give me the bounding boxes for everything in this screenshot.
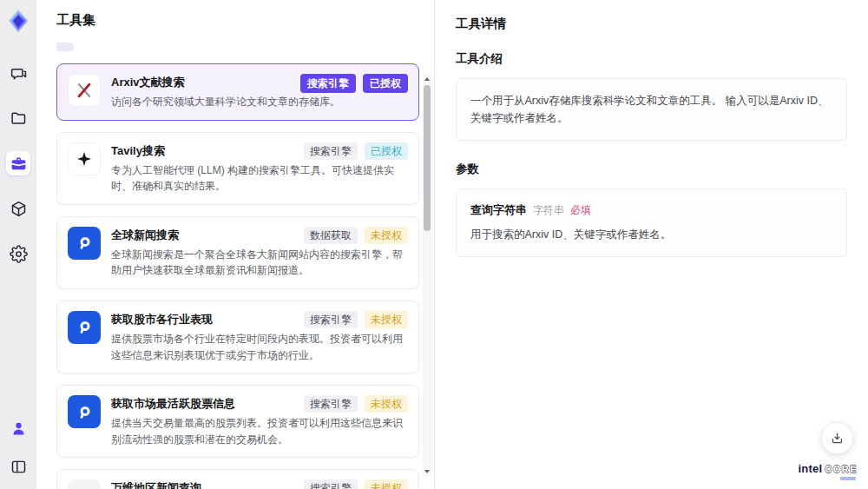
core-text: CORE xyxy=(825,464,858,474)
arxiv-icon xyxy=(68,74,101,107)
tool-title: Tavily搜索 xyxy=(111,142,304,159)
user-icon xyxy=(10,420,28,438)
toolbox-icon xyxy=(10,155,28,173)
tool-title: 获取股市各行业表现 xyxy=(111,311,304,327)
tool-description: 访问各个研究领域大量科学论文和文章的存储库。 xyxy=(111,94,408,110)
param-description: 用于搜索的Arxiv ID、关键字或作者姓名。 xyxy=(470,227,832,243)
tool-category-badge: 搜索引擎 xyxy=(304,142,358,160)
tool-description: 全球新闻搜索是一个聚合全球各大新闻网站内容的搜索引擎，帮助用户快速获取全球最新资… xyxy=(111,247,408,279)
tool-description: 提供当天交易量最高的股票列表。投资者可以利用这些信息来识别流动性强的股票和潜在的… xyxy=(111,415,408,447)
package-icon xyxy=(10,200,28,218)
scrollbar-up-arrow-icon[interactable] xyxy=(423,75,431,83)
download-icon xyxy=(830,431,845,446)
tool-category-badge: 搜索引擎 xyxy=(300,74,356,93)
tool-category-badge: 数据获取 xyxy=(304,227,358,244)
search-blue-icon xyxy=(68,395,101,428)
settings-gear-icon xyxy=(10,245,28,263)
tool-card[interactable]: Tavily搜索 搜索引擎 已授权 专为人工智能代理 (LLM) 构建的搜索引擎… xyxy=(56,132,419,205)
panel-toggle-icon xyxy=(10,458,28,476)
category-tab[interactable] xyxy=(119,43,122,51)
tool-auth-badge: 未授权 xyxy=(365,227,408,244)
search-blue-icon xyxy=(68,227,101,260)
tool-list: Arxiv文献搜索 搜索引擎 已授权 访问各个研究领域大量科学论文和文章的存储库… xyxy=(56,63,419,489)
tool-auth-badge: 未授权 xyxy=(365,311,408,328)
intel-text: intel xyxy=(798,462,822,475)
scrollbar-thumb[interactable] xyxy=(424,85,431,231)
search-blue-icon xyxy=(68,311,101,344)
rail-item-chat[interactable] xyxy=(6,61,30,85)
tool-title: 万维地区新闻查询 xyxy=(111,479,304,489)
rail-item-package[interactable] xyxy=(6,196,30,221)
tool-category-badge: 搜索引擎 xyxy=(304,311,358,328)
list-scrollbar[interactable] xyxy=(423,75,431,476)
tool-card[interactable]: 全球新闻搜索 数据获取 未授权 全球新闻搜索是一个聚合全球各大新闻网站内容的搜索… xyxy=(56,216,419,289)
param-name: 查询字符串 xyxy=(470,202,527,218)
detail-title: 工具详情 xyxy=(456,16,847,32)
tool-list-panel: 工具集 Arxiv文献搜索 搜索引擎 已授权 访问各个研究领域大量科学论文和文章… xyxy=(36,0,434,489)
tool-auth-badge: 未授权 xyxy=(365,395,408,413)
download-button[interactable] xyxy=(821,422,853,454)
param-required-badge: 必填 xyxy=(570,203,591,218)
intel-sub-mark xyxy=(840,477,856,480)
tool-card[interactable]: 获取股市各行业表现 搜索引擎 未授权 提供股票市场各个行业在特定时间段内的表现。… xyxy=(56,301,419,373)
rail-item-settings-gear[interactable] xyxy=(6,241,30,266)
tool-title: Arxiv文献搜索 xyxy=(111,74,300,90)
category-tab[interactable] xyxy=(143,43,147,51)
intel-core-logo: intel CORE xyxy=(798,462,858,480)
tool-category-badge: 搜索引擎 xyxy=(304,479,358,489)
intro-text: 一个用于从Arxiv存储库搜索科学论文和文章的工具。 输入可以是Arxiv ID… xyxy=(470,92,832,127)
folder-icon xyxy=(10,109,28,128)
tool-auth-badge: 已授权 xyxy=(363,74,408,93)
tool-title: 全球新闻搜索 xyxy=(111,227,304,243)
tool-auth-badge: 未授权 xyxy=(365,479,408,489)
tool-auth-badge: 已授权 xyxy=(365,142,408,160)
param-type: 字符串 xyxy=(533,203,564,218)
tool-category-badge: 搜索引擎 xyxy=(304,395,358,413)
tool-card[interactable]: Arxiv文献搜索 搜索引擎 已授权 访问各个研究领域大量科学论文和文章的存储库… xyxy=(56,63,419,121)
rail-item-user[interactable] xyxy=(6,416,30,440)
param-box: 查询字符串 字符串 必填 用于搜索的Arxiv ID、关键字或作者姓名。 xyxy=(456,188,847,257)
intro-box: 一个用于从Arxiv存储库搜索科学论文和文章的工具。 输入可以是Arxiv ID… xyxy=(456,78,847,141)
category-tabs xyxy=(56,43,434,51)
news-icon xyxy=(68,479,101,489)
category-tab[interactable] xyxy=(56,43,74,51)
tool-card[interactable]: 获取市场最活跃股票信息 搜索引擎 未授权 提供当天交易量最高的股票列表。投资者可… xyxy=(56,385,419,458)
page-title: 工具集 xyxy=(56,12,434,29)
tool-description: 专为人工智能代理 (LLM) 构建的搜索引擎工具。可快速提供实时、准确和真实的结… xyxy=(111,162,408,195)
scrollbar-down-arrow-icon[interactable] xyxy=(423,467,431,476)
tool-detail-panel: 工具详情 工具介绍 一个用于从Arxiv存储库搜索科学论文和文章的工具。 输入可… xyxy=(434,0,868,489)
chat-icon xyxy=(10,64,28,83)
left-rail xyxy=(0,0,36,489)
tool-card[interactable]: 万维地区新闻查询 搜索引擎 未授权 查询具体行政区划内的新闻，快速了解各地新闻动 xyxy=(56,469,419,489)
tool-title: 获取市场最活跃股票信息 xyxy=(111,395,304,412)
tool-description: 提供股票市场各个行业在特定时间段内的表现。投资者可以利用这些信息来识别表现优于或… xyxy=(111,331,408,363)
intro-heading: 工具介绍 xyxy=(456,51,847,67)
app-window: 工具集 Arxiv文献搜索 搜索引擎 已授权 访问各个研究领域大量科学论文和文章… xyxy=(0,0,868,489)
rail-item-toolbox[interactable] xyxy=(6,151,30,175)
params-heading: 参数 xyxy=(456,162,847,177)
rail-item-folder[interactable] xyxy=(6,106,30,130)
sparkle-icon xyxy=(68,142,101,175)
app-logo-icon xyxy=(4,7,32,35)
rail-item-panel-toggle[interactable] xyxy=(6,454,30,479)
category-tab[interactable] xyxy=(95,43,98,51)
